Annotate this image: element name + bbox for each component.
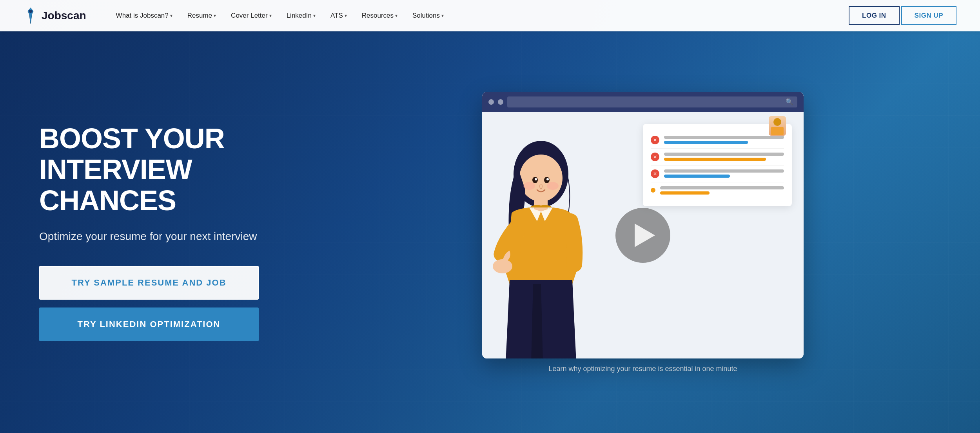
nav-label: LinkedIn	[287, 12, 312, 20]
status-x-icon: ✕	[651, 136, 659, 144]
hero-section: BOOST YOUR INTERVIEW CHANCES Optimize yo…	[0, 0, 980, 433]
video-caption: Learn why optimizing your resume is esse…	[548, 365, 737, 373]
nav-label: ATS	[330, 12, 343, 20]
panel-content: ✕ ✕	[482, 112, 804, 358]
search-icon: 🔍	[786, 98, 793, 106]
svg-point-3	[547, 182, 559, 190]
play-triangle-icon	[635, 224, 655, 247]
status-x-icon-3: ✕	[651, 169, 659, 178]
video-panel[interactable]: 🔍	[482, 92, 804, 358]
status-x-icon-2: ✕	[651, 153, 659, 161]
browser-address-bar: 🔍	[507, 96, 797, 107]
browser-chrome: 🔍	[482, 92, 804, 112]
hero-subheadline: Optimize your resume for your next inter…	[39, 229, 314, 244]
logo-icon	[24, 7, 38, 24]
logo-text: Jobscan	[42, 9, 86, 22]
ats-result-card: ✕ ✕	[643, 124, 792, 206]
nav-item-solutions[interactable]: Solutions ▾	[406, 9, 450, 23]
hero-cta-buttons: TRY SAMPLE RESUME AND JOB TRY LINKEDIN O…	[39, 266, 259, 341]
nav-item-cover-letter[interactable]: Cover Letter ▾	[225, 9, 278, 23]
try-sample-button[interactable]: TRY SAMPLE RESUME AND JOB	[39, 266, 259, 300]
hero-content: BOOST YOUR INTERVIEW CHANCES Optimize yo…	[0, 60, 980, 373]
nav-item-resources[interactable]: Resources ▾	[356, 9, 404, 23]
card-row-1: ✕	[651, 132, 784, 149]
chevron-down-icon: ▾	[441, 13, 444, 18]
nav-links: What is Jobscan? ▾ Resume ▾ Cover Letter…	[110, 9, 849, 23]
card-row-4	[651, 182, 784, 198]
chevron-down-icon: ▾	[313, 13, 316, 18]
hero-headline: BOOST YOUR INTERVIEW CHANCES	[39, 123, 314, 216]
hero-left-panel: BOOST YOUR INTERVIEW CHANCES Optimize yo…	[39, 123, 314, 342]
nav-label: Resume	[187, 12, 212, 20]
nav-label: What is Jobscan?	[116, 12, 169, 20]
card-row-3: ✕	[651, 166, 784, 182]
logo[interactable]: Jobscan	[24, 7, 86, 24]
svg-point-7	[546, 178, 549, 180]
svg-point-2	[523, 182, 535, 190]
nav-actions: LOG IN SIGN UP	[849, 6, 956, 25]
svg-point-9	[493, 259, 512, 273]
character-illustration	[482, 135, 608, 358]
nav-label: Cover Letter	[231, 12, 268, 20]
chevron-down-icon: ▾	[269, 13, 272, 18]
svg-point-6	[535, 178, 537, 180]
nav-label: Solutions	[412, 12, 440, 20]
signup-button[interactable]: SIGN UP	[901, 6, 956, 25]
chevron-down-icon: ▾	[214, 13, 216, 18]
browser-dot-1	[488, 99, 494, 105]
nav-label: Resources	[362, 12, 394, 20]
browser-dot-2	[498, 99, 503, 105]
try-linkedin-button[interactable]: TRY LINKEDIN OPTIMIZATION	[39, 307, 259, 341]
play-button[interactable]	[615, 208, 670, 263]
nav-item-what-is-jobscan[interactable]: What is Jobscan? ▾	[110, 9, 179, 23]
chevron-down-icon: ▾	[395, 13, 397, 18]
chevron-down-icon: ▾	[170, 13, 172, 18]
login-button[interactable]: LOG IN	[849, 6, 900, 25]
nav-item-ats[interactable]: ATS ▾	[324, 9, 353, 23]
card-row-2: ✕	[651, 149, 784, 166]
chevron-down-icon: ▾	[345, 13, 347, 18]
navbar: Jobscan What is Jobscan? ▾ Resume ▾ Cove…	[0, 0, 980, 31]
hero-right-panel: 🔍	[345, 92, 941, 373]
nav-item-linkedin[interactable]: LinkedIn ▾	[280, 9, 322, 23]
svg-point-1	[519, 155, 563, 202]
nav-item-resume[interactable]: Resume ▾	[181, 9, 222, 23]
